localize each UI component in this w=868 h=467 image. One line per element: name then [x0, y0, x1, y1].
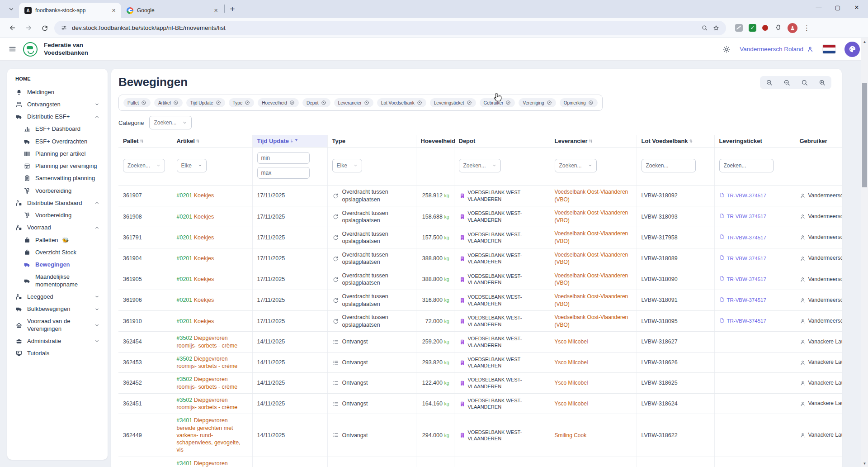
filter-chip-hoeveelheid[interactable]: Hoeveelheid — [258, 98, 299, 107]
supplier-link[interactable]: Ysco Milcobel — [555, 359, 588, 366]
remove-chip-icon[interactable] — [547, 100, 552, 105]
article-code-link[interactable]: #0201 — [177, 234, 193, 241]
site-settings-icon[interactable] — [61, 24, 67, 31]
article-name-link[interactable]: Koekjes — [194, 234, 214, 241]
theme-toggle-sun-icon[interactable] — [722, 45, 731, 53]
tab-search-icon[interactable] — [5, 3, 17, 15]
supplier-link[interactable]: Voedselbank Oost-Vlaanderen (VBO) — [555, 230, 628, 244]
user-menu[interactable]: Vandermeersch Roland — [740, 46, 814, 53]
table-row[interactable]: 362450#3401 Diepgevroren bereide gerecht… — [118, 457, 842, 467]
article-code-link[interactable]: #3502 — [177, 397, 193, 403]
ticket-link[interactable]: TR-VBW-374517 — [719, 234, 790, 241]
sidebar-item-palletten[interactable]: Palletten🐝 — [12, 234, 103, 246]
ticket-link[interactable]: TR-VBW-374517 — [719, 213, 790, 220]
sidebar-item-esf-overdrachten[interactable]: ESF+ Overdrachten — [12, 135, 103, 148]
column-header-leverancier[interactable]: Leverancier — [550, 135, 637, 148]
table-row[interactable]: 361904#0201 Koekjes17/11/2025Overdracht … — [118, 248, 842, 269]
sidebar-item-meldingen[interactable]: Meldingen — [12, 86, 103, 98]
article-code-link[interactable]: #0201 — [177, 214, 193, 220]
remove-chip-icon[interactable] — [321, 100, 326, 105]
scroll-down-icon[interactable]: ▼ — [861, 460, 868, 467]
column-header-lot-voedselbank[interactable]: Lot Voedselbank — [637, 135, 714, 148]
sidebar-item-voorraad-van-de-verenigingen[interactable]: Voorraad van de Verenigingen — [12, 315, 103, 335]
new-tab-button[interactable]: + — [226, 3, 238, 15]
filter-chip-depot[interactable]: Depot — [302, 98, 330, 107]
column-header-pallet[interactable]: Pallet — [118, 135, 172, 148]
categorie-select[interactable]: Zoeken... — [149, 116, 192, 129]
adblock-check-icon[interactable]: ✓ — [749, 24, 756, 32]
sidebar-item-voorraad[interactable]: Voorraad — [12, 222, 103, 234]
ticket-link[interactable]: TR-VBW-374517 — [719, 297, 790, 304]
sidebar-item-voorbereiding[interactable]: Voorbereiding — [12, 185, 103, 197]
sort-icon[interactable] — [139, 138, 144, 143]
table-row[interactable]: 361910#0201 Koekjes17/11/2025Overdracht … — [118, 311, 842, 332]
remove-chip-icon[interactable] — [467, 100, 472, 105]
article-code-link[interactable]: #0201 — [177, 192, 193, 199]
remove-chip-icon[interactable] — [417, 100, 422, 105]
sidebar-item-samenvatting-planning[interactable]: Samenvatting planning — [12, 172, 103, 185]
sidebar-item-planning-per-vereniging[interactable]: Planning per vereniging — [12, 160, 103, 172]
profile-avatar[interactable] — [788, 23, 797, 33]
filter-chip-pallet[interactable]: Pallet — [123, 98, 151, 107]
filter-input-leveringsticket[interactable] — [719, 159, 774, 172]
sidebar-item-esf-dashboard[interactable]: ESF+ Dashboard — [12, 123, 103, 135]
sidebar-item-planning-per-artikel[interactable]: Planning per artikel — [12, 148, 103, 160]
puzzle-extensions-icon[interactable] — [774, 24, 782, 32]
supplier-link[interactable]: Voedselbank Oost-Vlaanderen (VBO) — [555, 252, 628, 266]
filter-min-input[interactable] — [257, 152, 310, 164]
search-icon[interactable] — [801, 79, 808, 86]
remove-chip-icon[interactable] — [505, 100, 511, 105]
column-header-leveringsticket[interactable]: Leveringsticket — [714, 135, 795, 148]
table-row[interactable]: 362451#3502 Diepgevroren roomijs- sorbet… — [118, 393, 842, 414]
supplier-link[interactable]: Ysco Milcobel — [555, 380, 588, 386]
sidebar-item-bewegingen[interactable]: Bewegingen — [12, 259, 103, 271]
table-row[interactable]: 361791#0201 Koekjes17/11/2025Overdracht … — [118, 227, 842, 248]
article-code-link[interactable]: #0201 — [177, 297, 193, 303]
filter-select-type[interactable]: Elke — [332, 159, 362, 172]
sort-icon[interactable] — [195, 138, 200, 143]
filter-chip-vereniging[interactable]: Vereniging — [519, 98, 556, 107]
table-row[interactable]: 362454#3502 Diepgevroren roomijs- sorbet… — [118, 332, 842, 353]
filter-chip-tijd-update[interactable]: Tijd Update — [186, 98, 225, 107]
article-name-link[interactable]: Koekjes — [194, 255, 214, 262]
filter-input-lot-voedselbank[interactable] — [642, 159, 696, 172]
table-row[interactable]: 362449#3401 Diepgevroren bereide gerecht… — [118, 414, 842, 457]
column-header-artikel[interactable]: Artikel — [172, 135, 252, 148]
table-row[interactable]: 361907#0201 Koekjes17/11/2025Overdracht … — [118, 186, 842, 206]
minimize-button[interactable]: — — [809, 0, 828, 14]
filter-chip-opmerking[interactable]: Opmerking — [560, 98, 598, 107]
filter-chip-artikel[interactable]: Artikel — [154, 98, 183, 107]
remove-chip-icon[interactable] — [245, 100, 250, 105]
article-name-link[interactable]: Koekjes — [194, 214, 214, 220]
sidebar-item-tutorials[interactable]: Tutorials — [12, 348, 103, 360]
column-header-gebruiker[interactable]: Gebruiker — [795, 135, 842, 148]
supplier-link[interactable]: Voedselbank Oost-Vlaanderen (VBO) — [555, 293, 628, 307]
bookmark-star-icon[interactable] — [712, 24, 720, 32]
table-row[interactable]: 361905#0201 Koekjes17/11/2025Overdracht … — [118, 269, 842, 290]
filter-chip-leverancier[interactable]: Leverancier — [334, 98, 373, 107]
reload-icon[interactable] — [38, 21, 52, 35]
maximize-button[interactable]: ▢ — [828, 0, 847, 14]
article-code-link[interactable]: #3502 — [177, 335, 193, 341]
scroll-up-icon[interactable]: ▲ — [861, 38, 868, 45]
filter-chip-gebruiker[interactable]: Gebruiker — [480, 98, 515, 107]
sidebar-item-leeggoed[interactable]: Leeggoed — [12, 291, 103, 303]
filter-max-input[interactable] — [257, 167, 310, 179]
sidebar-item-administratie[interactable]: Administratie — [12, 335, 103, 347]
url-bar[interactable]: dev.stock.foodbanksit.be/stock/app/nl-BE… — [54, 21, 726, 35]
page-scrollbar[interactable]: ▲ ▼ — [861, 38, 868, 467]
remove-chip-icon[interactable] — [364, 100, 369, 105]
article-code-link[interactable]: #0201 — [177, 318, 193, 324]
tab-foodbanks-stock-app[interactable]: A foodbanks-stock-app ✕ — [19, 3, 121, 18]
filter-select-leverancier[interactable]: Zoeken... — [555, 159, 597, 172]
filter-select-depot[interactable]: Zoeken... — [459, 159, 501, 172]
column-header-hoeveelheid[interactable]: Hoeveelheid — [416, 135, 454, 148]
back-icon[interactable] — [5, 21, 19, 35]
extension-icon[interactable] — [735, 24, 743, 32]
filter-select-pallet[interactable]: Zoeken... — [123, 159, 165, 172]
article-code-link[interactable]: #3401 — [177, 460, 193, 467]
sidebar-item-maandelijkse-momentopname[interactable]: Maandelijkse momentopname — [12, 271, 103, 291]
sort-icon[interactable] — [689, 138, 693, 143]
zoom-out-icon[interactable] — [783, 79, 791, 86]
supplier-link[interactable]: Voedselbank Oost-Vlaanderen (VBO) — [555, 189, 628, 203]
